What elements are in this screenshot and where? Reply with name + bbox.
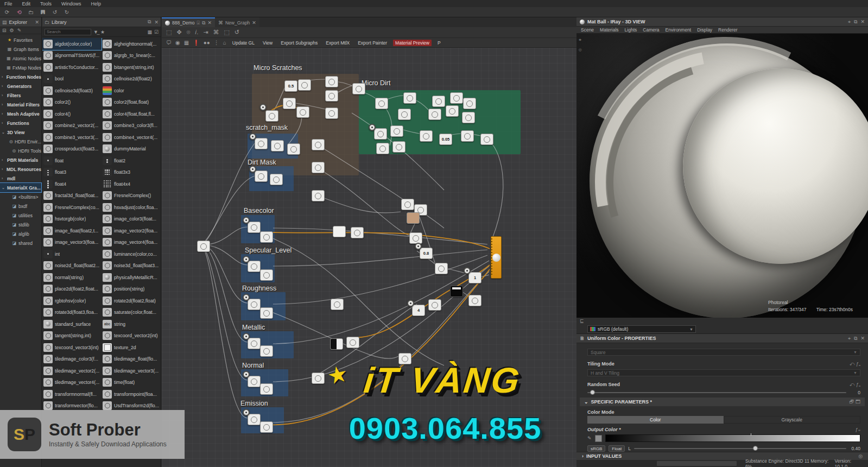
library-item[interactable]: image_color3(float... (102, 213, 161, 225)
graph-node[interactable] (409, 232, 422, 244)
graph-node[interactable] (415, 243, 422, 250)
export-icon[interactable]: 🗔 (856, 399, 860, 405)
graph-node[interactable] (260, 421, 273, 433)
graph-node[interactable] (374, 128, 387, 140)
library-item[interactable]: bitangent(string,int) (102, 61, 161, 73)
float-icon[interactable]: ⧉ (202, 20, 205, 26)
library-item[interactable]: rotate3d(float3,floa... (42, 307, 102, 319)
library-item[interactable]: float4 (42, 178, 102, 190)
graph-node[interactable] (249, 133, 256, 140)
library-item[interactable]: artisticToConductor... (42, 61, 102, 73)
graph-node[interactable] (248, 338, 261, 349)
library-item[interactable]: algdot(color,color) (42, 38, 102, 50)
graph-node[interactable] (432, 96, 445, 107)
filter-icon[interactable]: ⊟ (2, 28, 7, 33)
graph-node[interactable] (407, 300, 414, 307)
chevron-icon[interactable]: ⌄ (2, 186, 5, 190)
graph-node[interactable] (296, 106, 309, 118)
color-gradient-bar[interactable] (605, 434, 860, 442)
frame-icon[interactable]: ⬚ (166, 29, 172, 36)
graph-node[interactable] (392, 141, 406, 153)
stack-icon[interactable]: ⋮ (214, 40, 219, 46)
library-item[interactable]: FresnelComplex(co... (42, 201, 102, 213)
close-icon[interactable]: ✕ (252, 20, 256, 26)
sidebar-item-mdl-resources[interactable]: ›MDL Resources (0, 165, 41, 174)
graph-node[interactable] (463, 98, 476, 109)
graph-node[interactable]: 4 (412, 305, 425, 316)
save-icon[interactable]: 🖪 (39, 9, 47, 16)
graph-tab-888_demo[interactable]: 888_Demo⍗⧉✕ (162, 17, 215, 27)
library-item[interactable]: normal(string) (42, 272, 102, 283)
sync-icon[interactable]: ⟳ (3, 9, 11, 16)
library-item[interactable]: combine3_color3(fl... (102, 120, 161, 132)
sidebar-item-generators[interactable]: ›Generators (0, 81, 41, 91)
sidebar-item-filters[interactable]: ›Filters (0, 91, 41, 100)
graph-node[interactable] (243, 333, 250, 340)
graph-node[interactable] (248, 376, 261, 387)
chevron-icon[interactable]: › (2, 167, 5, 171)
color-mode-grayscale-button[interactable]: Grayscale (724, 416, 861, 424)
search-input[interactable] (45, 29, 91, 35)
graph-node[interactable] (420, 130, 433, 142)
graph-node[interactable] (351, 227, 364, 238)
graph-button-export-painter[interactable]: Export Painter (356, 40, 389, 46)
menu-item-file[interactable]: File (4, 1, 12, 7)
viewport-menu-camera[interactable]: Camera (643, 27, 659, 33)
library-item[interactable]: noise2d_float(float2... (42, 260, 102, 272)
library-item[interactable]: image_float(float2,t... (42, 225, 102, 237)
graph-node[interactable] (428, 109, 441, 120)
undo-icon[interactable]: ↺ ▾ (51, 9, 59, 16)
chevron-icon[interactable]: › (2, 75, 5, 79)
grid-view-icon[interactable]: ▦ (147, 29, 152, 35)
chevron-icon[interactable]: › (2, 112, 5, 116)
sync-colored-icon[interactable]: ⟲ (15, 9, 23, 16)
star-icon[interactable]: ★ (100, 29, 105, 35)
sidebar-item-mesh-adaptive[interactable]: ›Mesh Adaptive (0, 109, 41, 118)
graph-node[interactable]: 1 (468, 272, 481, 283)
library-item[interactable]: fractal3d_float(float... (42, 190, 102, 202)
pair-icon[interactable]: ●● (204, 40, 210, 46)
library-item[interactable]: tiledimage_vector4(... (42, 377, 102, 389)
graph-node[interactable] (243, 409, 250, 416)
chevron-icon[interactable]: › (2, 158, 5, 162)
graph-button-p[interactable]: P (435, 40, 443, 46)
library-item[interactable]: image_vector3(floa... (42, 237, 102, 249)
graph-node[interactable] (259, 104, 267, 111)
graph-node[interactable] (375, 98, 388, 109)
library-item[interactable]: float3x3 (102, 167, 161, 179)
sidebar-item-function-nodes[interactable]: ›Function Nodes (0, 72, 41, 81)
sidebar-item-pbr-materials[interactable]: ›PBR Materials (0, 155, 41, 165)
library-item[interactable]: tiledimage_vector2(... (42, 365, 102, 377)
graph-node[interactable] (369, 124, 376, 131)
sidebar-item-favorites[interactable]: ★Favorites (0, 35, 41, 45)
sidebar-item-hdri-envir-[interactable]: ◍HDRI Envir... (0, 137, 41, 146)
filter-funnel-icon[interactable]: ▼̲ (93, 29, 98, 35)
graph-node[interactable] (401, 199, 414, 210)
viewport-menu-display[interactable]: Display (697, 27, 712, 33)
comment-icon[interactable]: 🗩 (166, 40, 172, 46)
sidebar-item-bxdf[interactable]: ◪bxdf (0, 201, 41, 211)
graph-node[interactable] (312, 162, 325, 173)
float-icon[interactable]: ⧉ (148, 19, 151, 25)
sidebar-item-atomic-nodes[interactable]: ▦Atomic Nodes (0, 54, 41, 63)
alert-icon[interactable]: ❗ (193, 40, 199, 46)
preset-icon[interactable]: 🗗 (849, 399, 854, 405)
library-item[interactable]: cellnoise3d(float3) (42, 85, 102, 97)
graph-node[interactable] (462, 112, 475, 123)
graph-node[interactable] (435, 263, 448, 274)
sidebar-item-fxmap-nodes[interactable]: ▦FxMap Nodes (0, 63, 41, 72)
library-item[interactable]: algnormalTStoWS(f... (42, 50, 102, 62)
graph-tab-new_graph[interactable]: ⌘New_Graph✕ (215, 17, 259, 27)
l-channel-slider[interactable] (634, 448, 846, 449)
sidebar-item-mdl[interactable]: ›mdl (0, 174, 41, 183)
dot-icon[interactable]: ◉ (175, 40, 180, 46)
graph-node[interactable] (390, 125, 403, 137)
close-icon[interactable]: ✕ (35, 20, 39, 25)
graph-node[interactable] (407, 212, 420, 224)
graph-node[interactable] (243, 371, 250, 378)
random-seed-slider[interactable] (587, 392, 846, 393)
viewport-menu-environment[interactable]: Environment (666, 27, 692, 33)
library-item[interactable]: tiledimage_vector3(... (102, 365, 161, 377)
menu-item-windows[interactable]: Windows (61, 1, 81, 7)
library-item[interactable]: tangent(string,int) (42, 330, 102, 342)
